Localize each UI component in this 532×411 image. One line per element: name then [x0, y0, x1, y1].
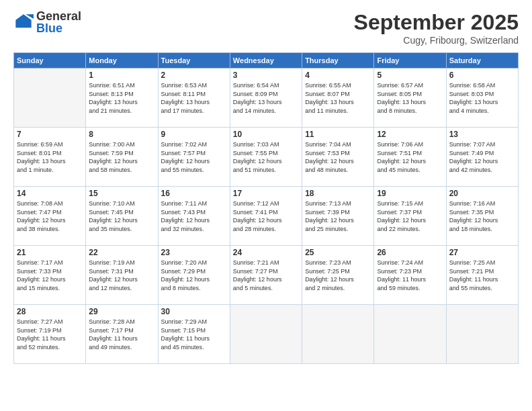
day-info: Sunrise: 7:29 AM Sunset: 7:15 PM Dayligh… — [161, 318, 227, 351]
day-number: 22 — [89, 248, 154, 257]
calendar-cell: 11Sunrise: 7:04 AM Sunset: 7:53 PM Dayli… — [302, 128, 374, 187]
calendar-cell — [374, 305, 446, 364]
day-info: Sunrise: 7:04 AM Sunset: 7:53 PM Dayligh… — [305, 140, 371, 174]
calendar-cell: 5Sunrise: 6:57 AM Sunset: 8:05 PM Daylig… — [374, 68, 446, 128]
calendar-week-2: 7Sunrise: 6:59 AM Sunset: 8:01 PM Daylig… — [14, 128, 519, 187]
day-info: Sunrise: 6:59 AM Sunset: 8:01 PM Dayligh… — [17, 140, 83, 174]
day-number: 24 — [233, 248, 299, 257]
day-number: 23 — [161, 248, 227, 257]
calendar-cell: 20Sunrise: 7:16 AM Sunset: 7:35 PM Dayli… — [446, 187, 518, 246]
calendar-week-5: 28Sunrise: 7:27 AM Sunset: 7:19 PM Dayli… — [14, 305, 519, 364]
calendar-cell: 13Sunrise: 7:07 AM Sunset: 7:49 PM Dayli… — [446, 128, 518, 187]
day-info: Sunrise: 7:13 AM Sunset: 7:39 PM Dayligh… — [305, 199, 371, 233]
day-info: Sunrise: 7:03 AM Sunset: 7:55 PM Dayligh… — [233, 140, 299, 174]
day-info: Sunrise: 7:15 AM Sunset: 7:37 PM Dayligh… — [377, 199, 443, 233]
day-info: Sunrise: 6:51 AM Sunset: 8:13 PM Dayligh… — [89, 81, 154, 115]
day-number: 12 — [377, 130, 443, 139]
calendar-cell: 1Sunrise: 6:51 AM Sunset: 8:13 PM Daylig… — [86, 68, 158, 128]
day-number: 4 — [305, 71, 371, 80]
day-number: 29 — [89, 307, 154, 316]
calendar-cell: 14Sunrise: 7:08 AM Sunset: 7:47 PM Dayli… — [14, 187, 86, 246]
calendar-cell: 28Sunrise: 7:27 AM Sunset: 7:19 PM Dayli… — [14, 305, 86, 364]
day-number: 14 — [17, 189, 83, 198]
day-number: 18 — [305, 189, 371, 198]
day-number: 30 — [161, 307, 227, 316]
day-info: Sunrise: 7:21 AM Sunset: 7:27 PM Dayligh… — [233, 259, 299, 292]
calendar-week-3: 14Sunrise: 7:08 AM Sunset: 7:47 PM Dayli… — [14, 187, 519, 246]
day-number: 9 — [161, 130, 227, 139]
day-number: 15 — [89, 189, 154, 198]
calendar-week-4: 21Sunrise: 7:17 AM Sunset: 7:33 PM Dayli… — [14, 246, 519, 305]
day-number: 11 — [305, 130, 371, 139]
calendar-cell: 4Sunrise: 6:55 AM Sunset: 8:07 PM Daylig… — [302, 68, 374, 128]
day-number: 16 — [161, 189, 227, 198]
calendar-cell: 6Sunrise: 6:58 AM Sunset: 8:03 PM Daylig… — [446, 68, 518, 128]
day-number: 20 — [449, 189, 515, 198]
calendar-cell — [302, 305, 374, 364]
col-sunday: Sunday — [14, 53, 86, 68]
day-info: Sunrise: 6:58 AM Sunset: 8:03 PM Dayligh… — [449, 81, 515, 115]
day-number: 17 — [233, 189, 299, 198]
page-header: General Blue September 2025 Cugy, Fribou… — [13, 10, 519, 46]
col-monday: Monday — [86, 53, 158, 68]
logo-blue: Blue — [36, 22, 81, 34]
calendar-cell: 17Sunrise: 7:12 AM Sunset: 7:41 PM Dayli… — [230, 187, 302, 246]
calendar-cell: 7Sunrise: 6:59 AM Sunset: 8:01 PM Daylig… — [14, 128, 86, 187]
col-tuesday: Tuesday — [158, 53, 230, 68]
day-info: Sunrise: 6:53 AM Sunset: 8:11 PM Dayligh… — [161, 81, 227, 115]
calendar-cell — [230, 305, 302, 364]
day-number: 19 — [377, 189, 443, 198]
calendar-cell: 26Sunrise: 7:24 AM Sunset: 7:23 PM Dayli… — [374, 246, 446, 305]
day-info: Sunrise: 7:19 AM Sunset: 7:31 PM Dayligh… — [89, 259, 154, 292]
day-number: 10 — [233, 130, 299, 139]
calendar-cell: 15Sunrise: 7:10 AM Sunset: 7:45 PM Dayli… — [86, 187, 158, 246]
calendar-cell: 21Sunrise: 7:17 AM Sunset: 7:33 PM Dayli… — [14, 246, 86, 305]
calendar-cell: 25Sunrise: 7:23 AM Sunset: 7:25 PM Dayli… — [302, 246, 374, 305]
day-info: Sunrise: 7:00 AM Sunset: 7:59 PM Dayligh… — [89, 140, 154, 174]
calendar-cell: 9Sunrise: 7:02 AM Sunset: 7:57 PM Daylig… — [158, 128, 230, 187]
calendar-cell — [14, 68, 86, 128]
day-info: Sunrise: 6:54 AM Sunset: 8:09 PM Dayligh… — [233, 81, 299, 115]
day-info: Sunrise: 6:55 AM Sunset: 8:07 PM Dayligh… — [305, 81, 371, 115]
calendar-cell: 23Sunrise: 7:20 AM Sunset: 7:29 PM Dayli… — [158, 246, 230, 305]
day-info: Sunrise: 7:27 AM Sunset: 7:19 PM Dayligh… — [17, 318, 83, 351]
day-number: 25 — [305, 248, 371, 257]
location: Cugy, Fribourg, Switzerland — [354, 35, 519, 46]
day-info: Sunrise: 7:25 AM Sunset: 7:21 PM Dayligh… — [449, 259, 515, 292]
calendar-cell: 2Sunrise: 6:53 AM Sunset: 8:11 PM Daylig… — [158, 68, 230, 128]
calendar-page: General Blue September 2025 Cugy, Fribou… — [0, 0, 532, 411]
day-info: Sunrise: 7:11 AM Sunset: 7:43 PM Dayligh… — [161, 199, 227, 233]
calendar-cell: 19Sunrise: 7:15 AM Sunset: 7:37 PM Dayli… — [374, 187, 446, 246]
day-info: Sunrise: 7:24 AM Sunset: 7:23 PM Dayligh… — [377, 259, 443, 292]
svg-marker-0 — [15, 14, 31, 28]
day-number: 21 — [17, 248, 83, 257]
month-title: September 2025 — [354, 10, 519, 35]
day-number: 27 — [449, 248, 515, 257]
logo-general: General — [36, 10, 81, 22]
day-number: 2 — [161, 71, 227, 80]
title-block: September 2025 Cugy, Fribourg, Switzerla… — [354, 10, 519, 46]
col-wednesday: Wednesday — [230, 53, 302, 68]
day-info: Sunrise: 7:02 AM Sunset: 7:57 PM Dayligh… — [161, 140, 227, 174]
day-info: Sunrise: 7:17 AM Sunset: 7:33 PM Dayligh… — [17, 259, 83, 292]
calendar-cell — [446, 305, 518, 364]
calendar-cell: 27Sunrise: 7:25 AM Sunset: 7:21 PM Dayli… — [446, 246, 518, 305]
calendar-cell: 30Sunrise: 7:29 AM Sunset: 7:15 PM Dayli… — [158, 305, 230, 364]
calendar-header-row: Sunday Monday Tuesday Wednesday Thursday… — [14, 53, 519, 68]
calendar-cell: 29Sunrise: 7:28 AM Sunset: 7:17 PM Dayli… — [86, 305, 158, 364]
day-number: 1 — [89, 71, 154, 80]
calendar-cell: 22Sunrise: 7:19 AM Sunset: 7:31 PM Dayli… — [86, 246, 158, 305]
day-info: Sunrise: 7:16 AM Sunset: 7:35 PM Dayligh… — [449, 199, 515, 233]
logo-icon — [13, 12, 34, 32]
calendar-cell: 18Sunrise: 7:13 AM Sunset: 7:39 PM Dayli… — [302, 187, 374, 246]
day-number: 6 — [449, 71, 515, 80]
calendar-week-1: 1Sunrise: 6:51 AM Sunset: 8:13 PM Daylig… — [14, 68, 519, 128]
day-number: 13 — [449, 130, 515, 139]
calendar-cell: 10Sunrise: 7:03 AM Sunset: 7:55 PM Dayli… — [230, 128, 302, 187]
day-number: 7 — [17, 130, 83, 139]
calendar-cell: 12Sunrise: 7:06 AM Sunset: 7:51 PM Dayli… — [374, 128, 446, 187]
logo: General Blue — [13, 10, 81, 34]
day-number: 26 — [377, 248, 443, 257]
col-friday: Friday — [374, 53, 446, 68]
day-info: Sunrise: 7:07 AM Sunset: 7:49 PM Dayligh… — [449, 140, 515, 174]
